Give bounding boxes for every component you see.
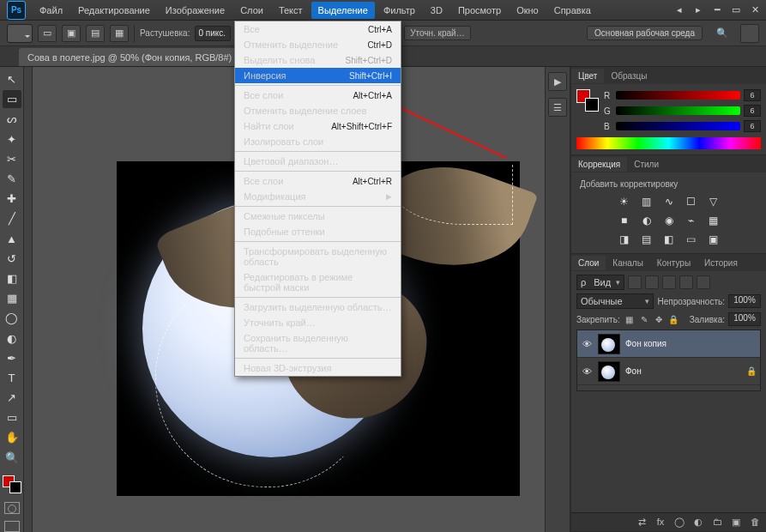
menu-item[interactable]: Смежные пикселы — [235, 209, 401, 224]
screen-layout-icon[interactable] — [740, 24, 759, 43]
brush-tool-icon[interactable]: ╱ — [3, 209, 21, 227]
menu-item[interactable]: Загрузить выделенную область… — [235, 299, 401, 315]
lock-pos-icon[interactable]: ✥ — [653, 313, 665, 325]
menu-3d[interactable]: 3D — [424, 2, 449, 19]
menu-item[interactable]: Модификация▶ — [235, 189, 401, 204]
screenmode-icon[interactable] — [4, 521, 20, 533]
close-icon[interactable]: ✕ — [749, 4, 761, 15]
adj-invert-icon[interactable]: ◨ — [617, 233, 632, 246]
color-swatches[interactable] — [3, 475, 21, 493]
quickmask-icon[interactable] — [4, 502, 20, 514]
opacity-input[interactable]: 100% — [728, 294, 761, 308]
adj-posterize-icon[interactable]: ▤ — [639, 233, 654, 246]
menu-item[interactable]: Все слоиAlt+Ctrl+R — [235, 173, 401, 189]
menu-window[interactable]: Окно — [510, 2, 546, 19]
r-value[interactable]: 6 — [744, 89, 761, 101]
adj-bw-icon[interactable]: ◐ — [639, 214, 654, 227]
eraser-tool-icon[interactable]: ◧ — [3, 269, 21, 287]
color-swatch-mini[interactable] — [576, 89, 599, 112]
new-fill-icon[interactable]: ◐ — [692, 517, 704, 529]
menu-item[interactable]: Редактировать в режиме быстрой маски — [235, 269, 401, 295]
layer-item[interactable]: 👁 Фон копия — [577, 330, 760, 358]
g-slider[interactable] — [616, 106, 740, 115]
adj-exposure-icon[interactable]: ☐ — [684, 195, 699, 209]
type-tool-icon[interactable]: T — [3, 369, 21, 387]
menu-filter[interactable]: Фильтр — [377, 2, 422, 19]
tab-paths[interactable]: Контуры — [650, 256, 697, 270]
menu-item[interactable]: Отменить выделениеCtrl+D — [235, 37, 401, 52]
menu-view[interactable]: Просмотр — [451, 2, 508, 19]
tab-adjustments[interactable]: Коррекция — [571, 157, 627, 172]
color-spectrum[interactable] — [576, 137, 761, 149]
b-slider[interactable] — [616, 122, 740, 130]
filter-type-icon[interactable] — [662, 275, 676, 289]
panel-collapse-strip[interactable] — [24, 67, 33, 532]
presets-icon[interactable]: ☰ — [548, 98, 567, 117]
menu-item[interactable]: Цветовой диапазон… — [235, 154, 401, 169]
tab-swatches[interactable]: Образцы — [604, 69, 654, 83]
layer-thumbnail[interactable] — [598, 361, 620, 382]
tool-preset-picker[interactable] — [7, 24, 33, 43]
healing-tool-icon[interactable]: ✚ — [3, 190, 21, 208]
adj-hue-icon[interactable]: ■ — [617, 214, 632, 227]
link-icon[interactable]: ⇄ — [636, 517, 648, 529]
move-tool-icon[interactable]: ↖ — [3, 70, 21, 88]
menu-select[interactable]: Выделение — [311, 2, 375, 19]
menu-item[interactable]: Все слоиAlt+Ctrl+A — [235, 88, 401, 103]
lock-paint-icon[interactable]: ✎ — [638, 313, 650, 325]
menu-file[interactable]: Файл — [33, 2, 69, 19]
pen-tool-icon[interactable]: ✒ — [3, 349, 21, 367]
adj-levels-icon[interactable]: ▥ — [639, 195, 654, 209]
adj-chanmix-icon[interactable]: ⌁ — [684, 214, 699, 227]
menu-item[interactable]: ВсеCtrl+A — [235, 21, 401, 37]
menu-item[interactable]: ИнверсияShift+Ctrl+I — [235, 68, 401, 83]
feather-input[interactable]: 0 пикс. — [195, 26, 231, 41]
minimize-icon[interactable]: ━ — [711, 4, 723, 15]
menu-item[interactable]: Подобные оттенки — [235, 224, 401, 239]
adj-threshold-icon[interactable]: ◧ — [661, 233, 677, 246]
fx-icon[interactable]: fx — [654, 517, 666, 529]
filter-pixels-icon[interactable] — [628, 275, 642, 289]
adj-photofilter-icon[interactable]: ◉ — [661, 214, 677, 227]
menu-help[interactable]: Справка — [547, 2, 598, 19]
menu-text[interactable]: Текст — [272, 2, 310, 19]
filter-smart-icon[interactable] — [697, 275, 710, 289]
tab-layers[interactable]: Слои — [571, 256, 606, 270]
adj-curves-icon[interactable]: ∿ — [661, 195, 677, 209]
lasso-tool-icon[interactable]: ᔕ — [3, 110, 21, 128]
tab-color[interactable]: Цвет — [571, 69, 604, 83]
visibility-icon[interactable]: 👁 — [581, 339, 593, 349]
trash-icon[interactable]: 🗑 — [749, 517, 761, 529]
crop-tool-icon[interactable]: ✂ — [3, 150, 21, 168]
dodge-tool-icon[interactable]: ◐ — [3, 329, 21, 347]
hand-tool-icon[interactable]: ✋ — [3, 428, 21, 446]
menu-image[interactable]: Изображение — [159, 2, 232, 19]
play-icon[interactable]: ▶ — [548, 72, 567, 91]
g-value[interactable]: 6 — [744, 105, 761, 117]
adj-brightness-icon[interactable]: ☀ — [617, 195, 632, 209]
filter-shape-icon[interactable] — [679, 275, 693, 289]
menu-item[interactable]: Новая 3D-экструзия — [235, 360, 401, 376]
lock-all-icon[interactable]: 🔒 — [667, 313, 679, 325]
history-brush-icon[interactable]: ↺ — [3, 250, 21, 268]
tab-styles[interactable]: Стили — [627, 157, 666, 172]
adj-vibrance-icon[interactable]: ▽ — [706, 195, 721, 209]
path-tool-icon[interactable]: ↗ — [3, 389, 21, 407]
document-tab[interactable]: Сова в полете.jpg @ 50% (Фон копия, RGB/… — [19, 48, 262, 66]
chev-left-icon[interactable]: ◂ — [673, 4, 685, 15]
marquee-tool-icon[interactable]: ▭ — [3, 90, 21, 108]
tab-channels[interactable]: Каналы — [606, 256, 650, 270]
menu-item[interactable]: Изолировать слои — [235, 134, 401, 149]
chev-right-icon[interactable]: ▸ — [692, 4, 704, 15]
filter-adjust-icon[interactable] — [645, 275, 659, 289]
shape-tool-icon[interactable]: ▭ — [3, 408, 21, 426]
adj-selective-icon[interactable]: ▣ — [706, 233, 721, 246]
menu-item[interactable]: Трансформировать выделенную область — [235, 244, 401, 269]
blend-mode-select[interactable]: Обычные — [576, 293, 654, 309]
wand-tool-icon[interactable]: ✦ — [3, 130, 21, 148]
visibility-icon[interactable]: 👁 — [581, 366, 593, 377]
layer-kind-filter[interactable]: ρ Вид — [576, 275, 624, 290]
new-group-icon[interactable]: 🗀 — [711, 517, 723, 529]
sel-mode-add-icon[interactable]: ▣ — [62, 25, 81, 42]
sel-mode-sub-icon[interactable]: ▤ — [86, 25, 105, 42]
